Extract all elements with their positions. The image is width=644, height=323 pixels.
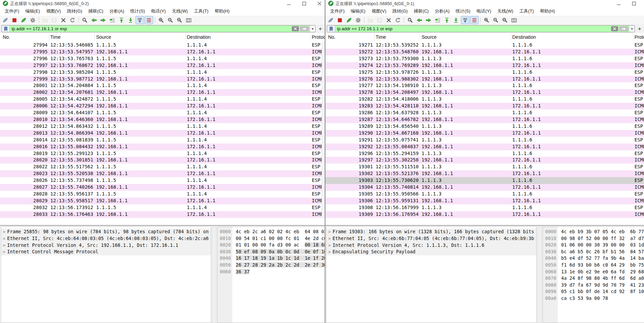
menu-item-8[interactable]: 无线(W) [494,8,516,14]
find-packet-button[interactable] [80,16,89,24]
display-filter-input[interactable] [335,26,611,32]
packet-row[interactable]: 2801912:13:55.2991231.1.1.51.1.1.4ESP [0,150,325,157]
menu-item-3[interactable]: 跳转(G) [64,8,85,14]
capture-options-button[interactable] [29,16,37,24]
hex-row[interactable]: 006036 37 [217,269,325,275]
packet-row[interactable]: 2801312:13:54.866394192.168.1.1172.16.1.… [0,130,325,137]
hex-row[interactable]: 00a0ca c3 53 9a 00 78 [543,295,644,302]
packet-row[interactable]: 1927612:13:53.988302192.168.1.1172.16.1.… [325,76,644,83]
menu-item-9[interactable]: 工具(T) [191,8,212,14]
packet-row[interactable]: 2802012:13:55.301851192.168.1.1172.16.1.… [0,157,325,164]
maximize-button[interactable] [297,0,312,7]
hex-row[interactable]: 003050 ef 08 09 0a 0b 0c 0d 0e 0f 10 [217,249,325,255]
packet-row[interactable]: 2802812:13:55.9561371.1.1.51.1.1.4ESP [0,191,325,198]
packet-row[interactable]: 2799912:13:53.987712192.168.1.1172.16.1.… [0,76,325,83]
packet-row[interactable]: 2799612:13:53.7657631.1.1.51.1.1.4ESP [0,55,325,62]
zoom-out-button[interactable] [166,16,175,24]
hex-row[interactable]: 002001 06 00 00 30 39 00 00 03 1d [543,242,644,249]
packet-row[interactable]: 1928212:13:54.4180061.1.1.31.1.1.6ESP [325,96,644,103]
packet-row[interactable]: 1927412:13:53.769289192.168.1.1172.16.1.… [325,62,644,69]
packet-row[interactable]: 2800512:13:54.4248721.1.1.51.1.1.4ESP [0,96,325,103]
detail-row[interactable]: >Internet Protocol Version 4, Src: 192.1… [1,242,211,249]
expander-chevron-icon[interactable]: > [1,236,7,242]
menu-item-7[interactable]: 电话(Y) [473,8,494,14]
auto-scroll-button[interactable] [461,16,469,24]
filter-apply-button[interactable] [300,26,309,31]
zoom-original-button[interactable] [501,16,509,24]
packet-row[interactable]: 1930312:13:55.7306201.1.1.31.1.1.6ESP [325,177,644,184]
menu-item-4[interactable]: 捕获(C) [411,8,432,14]
colorize-button[interactable] [145,16,153,24]
packet-row[interactable]: 1930612:13:55.959131192.168.1.1172.16.1.… [325,198,644,204]
packet-row[interactable]: 1930512:13:55.9505661.1.1.31.1.1.6ESP [325,191,644,198]
menu-item-4[interactable]: 捕获(C) [85,8,106,14]
packet-row[interactable]: 2802212:13:55.5175621.1.1.51.1.1.4ESP [0,164,325,170]
restart-capture-button[interactable] [19,16,28,24]
packet-row[interactable]: 2799512:13:53.547957192.168.1.1172.16.1.… [0,49,325,55]
reload-file-button[interactable] [68,16,77,24]
packet-row[interactable]: 1930812:13:56.1679991.1.1.31.1.1.6ESP [325,204,644,211]
close-button[interactable] [312,0,325,7]
filter-add-button[interactable]: + [637,26,643,32]
hex-row[interactable]: 0030bc a6 b5 0c 26 bf b1 56 84 57 [543,249,644,255]
close-button[interactable] [642,0,644,7]
column-header-time[interactable]: Time [50,34,61,40]
menu-item-6[interactable]: 统计(S) [452,8,473,14]
go-back-button[interactable] [415,16,424,24]
hex-row[interactable]: 001000 98 0f 52 00 00 ff 32 a7 d7 [543,235,644,242]
packet-row[interactable]: 1928912:13:54.8565401.1.1.31.1.1.6ESP [325,123,644,130]
expander-chevron-icon[interactable]: > [326,229,333,235]
column-header-time[interactable]: Time [376,34,386,40]
filter-dropdown-caret[interactable]: ▾ [310,26,315,32]
resize-columns-button[interactable] [510,16,518,24]
detail-row[interactable]: >Ethernet II, Src: 4c:eb:64:08:03:05 (4c… [1,235,211,242]
zoom-original-button[interactable] [175,16,184,24]
filter-add-button[interactable]: + [317,26,323,32]
packet-row[interactable]: 1927212:13:53.548760192.168.1.1172.16.1.… [325,49,644,55]
packet-row[interactable]: 2802312:13:55.520538192.168.1.1172.16.1.… [0,170,325,177]
go-to-packet-button[interactable] [433,16,442,24]
resize-columns-button[interactable] [184,16,193,24]
hex-row[interactable]: 008039 d7 fa 67 9d 9d 70 79 41 23 [543,282,644,289]
packet-row[interactable]: 1927812:13:54.208497192.168.1.1172.16.1.… [325,89,644,96]
column-header-destination[interactable]: Destination [512,34,536,40]
zoom-out-button[interactable] [491,16,500,24]
packet-row[interactable]: 2800112:13:54.2048841.1.1.51.1.1.4ESP [0,82,325,89]
menu-item-2[interactable]: 视图(V) [369,8,389,14]
packet-row[interactable]: 2800212:13:54.207681192.168.1.1172.16.1.… [0,89,325,96]
packet-row[interactable]: 2802612:13:55.7374981.1.1.51.1.1.4ESP [0,177,325,184]
column-divider[interactable] [633,34,633,41]
filter-bookmark-button[interactable] [327,26,335,32]
column-header-no[interactable]: No. [328,34,336,40]
start-capture-button[interactable] [1,16,10,24]
minimize-button[interactable] [281,0,297,7]
go-back-button[interactable] [90,16,98,24]
packet-row[interactable]: 1928612:13:54.6379281.1.1.31.1.1.6ESP [325,109,644,116]
menu-item-1[interactable]: 编辑(E) [348,8,369,14]
auto-scroll-button[interactable] [136,16,144,24]
packet-row[interactable]: 1930212:13:55.521376192.168.1.1172.16.1.… [325,170,644,177]
packet-row[interactable]: 1929112:13:55.0757411.1.1.31.1.1.6ESP [325,137,644,143]
column-divider[interactable] [420,34,420,41]
hex-row[interactable]: 005026 27 28 29 2a 2b 2c 2d 2e 2f 30 [217,262,325,269]
menu-item-0[interactable]: 文件(F) [327,8,348,14]
close-file-button[interactable] [384,16,393,24]
column-header-no[interactable]: No. [3,34,10,40]
menu-item-6[interactable]: 统计(S) [127,8,148,14]
go-first-button[interactable] [443,16,451,24]
menu-item-9[interactable]: 工具(T) [516,8,537,14]
detail-row[interactable]: >Ethernet II, Src: 4c:eb:6b:77:04:05 (4c… [326,235,536,242]
packet-row[interactable]: 1927112:13:53.5392521.1.1.31.1.1.6ESP [325,42,644,49]
packet-row[interactable]: 2800612:13:54.427294192.168.1.1172.16.1.… [0,103,325,109]
packet-row[interactable]: 2803212:13:56.1739121.1.1.51.1.1.4ESP [0,204,325,211]
menu-item-2[interactable]: 视图(V) [43,8,64,14]
column-header-protocol[interactable]: Protocol [634,34,644,40]
menu-item-7[interactable]: 电话(Y) [148,8,169,14]
stop-capture-button[interactable] [10,16,19,24]
packet-row[interactable]: 2801012:13:54.646360192.168.1.1172.16.1.… [0,116,325,123]
detail-row[interactable]: >Internet Control Message Protocol [1,249,211,255]
packet-row[interactable]: 2799412:13:53.5460851.1.1.51.1.1.4ESP [0,42,325,49]
save-file-button[interactable] [375,16,384,24]
filter-dropdown-caret[interactable]: ▾ [629,26,634,32]
go-forward-button[interactable] [99,16,107,24]
